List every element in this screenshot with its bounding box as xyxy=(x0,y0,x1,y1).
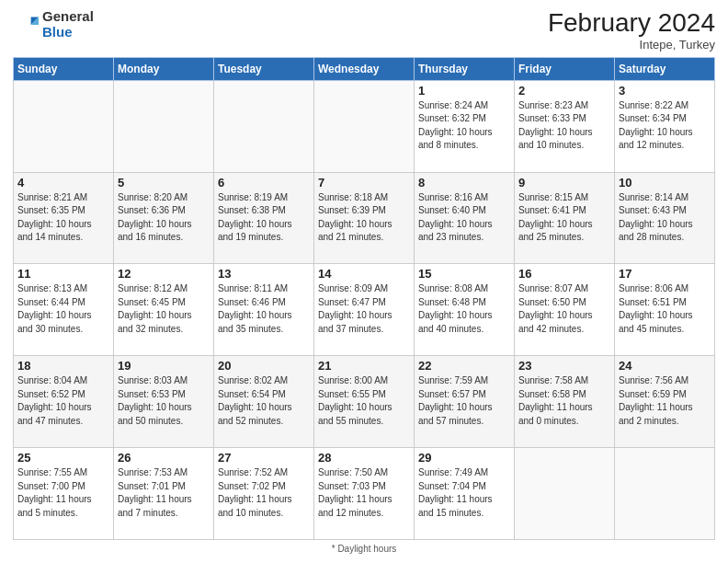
day-number: 20 xyxy=(218,359,310,373)
cell-info: Sunrise: 8:23 AM Sunset: 6:33 PM Dayligh… xyxy=(518,99,610,153)
cell-info: Sunrise: 8:20 AM Sunset: 6:36 PM Dayligh… xyxy=(118,191,210,245)
day-number: 26 xyxy=(118,451,210,465)
cell-3-1: 19Sunrise: 8:03 AM Sunset: 6:53 PM Dayli… xyxy=(114,356,214,448)
day-number: 8 xyxy=(418,176,510,190)
cell-0-6: 3Sunrise: 8:22 AM Sunset: 6:34 PM Daylig… xyxy=(615,80,715,172)
cell-2-5: 16Sunrise: 8:07 AM Sunset: 6:50 PM Dayli… xyxy=(515,264,615,356)
cell-2-4: 15Sunrise: 8:08 AM Sunset: 6:48 PM Dayli… xyxy=(415,264,515,356)
cell-1-0: 4Sunrise: 8:21 AM Sunset: 6:35 PM Daylig… xyxy=(14,172,114,264)
day-number: 4 xyxy=(17,176,109,190)
day-number: 27 xyxy=(218,451,310,465)
day-number: 5 xyxy=(118,176,210,190)
cell-2-3: 14Sunrise: 8:09 AM Sunset: 6:47 PM Dayli… xyxy=(314,264,415,356)
day-number: 28 xyxy=(318,451,410,465)
day-number: 6 xyxy=(218,176,310,190)
cell-0-3 xyxy=(314,80,415,172)
cell-info: Sunrise: 8:00 AM Sunset: 6:55 PM Dayligh… xyxy=(318,374,410,428)
day-number: 7 xyxy=(318,176,410,190)
cell-1-2: 6Sunrise: 8:19 AM Sunset: 6:38 PM Daylig… xyxy=(214,172,314,264)
cell-info: Sunrise: 8:13 AM Sunset: 6:44 PM Dayligh… xyxy=(17,282,109,336)
footer-note: * Daylight hours xyxy=(13,544,715,554)
cell-1-6: 10Sunrise: 8:14 AM Sunset: 6:43 PM Dayli… xyxy=(615,172,715,264)
cell-0-0 xyxy=(14,80,114,172)
cell-info: Sunrise: 7:53 AM Sunset: 7:01 PM Dayligh… xyxy=(118,466,210,520)
calendar-body: 1Sunrise: 8:24 AM Sunset: 6:32 PM Daylig… xyxy=(14,80,715,539)
calendar-table: SundayMondayTuesdayWednesdayThursdayFrid… xyxy=(13,57,715,540)
cell-info: Sunrise: 8:04 AM Sunset: 6:52 PM Dayligh… xyxy=(17,374,109,428)
day-number: 10 xyxy=(619,176,711,190)
day-number: 18 xyxy=(17,359,109,373)
cell-0-2 xyxy=(214,80,314,172)
month-year: February 2024 xyxy=(548,9,715,38)
cell-4-4: 29Sunrise: 7:49 AM Sunset: 7:04 PM Dayli… xyxy=(415,448,515,540)
day-number: 3 xyxy=(619,84,711,98)
day-number: 12 xyxy=(118,267,210,281)
cell-info: Sunrise: 8:14 AM Sunset: 6:43 PM Dayligh… xyxy=(619,191,711,245)
cell-info: Sunrise: 8:07 AM Sunset: 6:50 PM Dayligh… xyxy=(518,282,610,336)
cell-1-3: 7Sunrise: 8:18 AM Sunset: 6:39 PM Daylig… xyxy=(314,172,415,264)
cell-info: Sunrise: 8:03 AM Sunset: 6:53 PM Dayligh… xyxy=(118,374,210,428)
week-row-4: 25Sunrise: 7:55 AM Sunset: 7:00 PM Dayli… xyxy=(14,448,715,540)
logo-text: General Blue xyxy=(42,9,94,40)
title-block: February 2024 Intepe, Turkey xyxy=(548,9,715,52)
cell-info: Sunrise: 8:08 AM Sunset: 6:48 PM Dayligh… xyxy=(418,282,510,336)
calendar-header: SundayMondayTuesdayWednesdayThursdayFrid… xyxy=(14,57,715,80)
page: General Blue February 2024 Intepe, Turke… xyxy=(0,0,728,563)
cell-info: Sunrise: 7:52 AM Sunset: 7:02 PM Dayligh… xyxy=(218,466,310,520)
cell-4-1: 26Sunrise: 7:53 AM Sunset: 7:01 PM Dayli… xyxy=(114,448,214,540)
cell-3-3: 21Sunrise: 8:00 AM Sunset: 6:55 PM Dayli… xyxy=(314,356,415,448)
day-number: 21 xyxy=(318,359,410,373)
cell-4-3: 28Sunrise: 7:50 AM Sunset: 7:03 PM Dayli… xyxy=(314,448,415,540)
day-number: 2 xyxy=(518,84,610,98)
cell-info: Sunrise: 8:15 AM Sunset: 6:41 PM Dayligh… xyxy=(518,191,610,245)
cell-1-1: 5Sunrise: 8:20 AM Sunset: 6:36 PM Daylig… xyxy=(114,172,214,264)
day-number: 13 xyxy=(218,267,310,281)
cell-3-6: 24Sunrise: 7:56 AM Sunset: 6:59 PM Dayli… xyxy=(615,356,715,448)
daylight-label: Daylight hours xyxy=(337,544,396,554)
day-number: 29 xyxy=(418,451,510,465)
day-number: 15 xyxy=(418,267,510,281)
cell-4-0: 25Sunrise: 7:55 AM Sunset: 7:00 PM Dayli… xyxy=(14,448,114,540)
cell-4-6 xyxy=(615,448,715,540)
cell-info: Sunrise: 8:12 AM Sunset: 6:45 PM Dayligh… xyxy=(118,282,210,336)
cell-info: Sunrise: 8:24 AM Sunset: 6:32 PM Dayligh… xyxy=(418,99,510,153)
week-row-0: 1Sunrise: 8:24 AM Sunset: 6:32 PM Daylig… xyxy=(14,80,715,172)
cell-0-5: 2Sunrise: 8:23 AM Sunset: 6:33 PM Daylig… xyxy=(515,80,615,172)
cell-info: Sunrise: 8:16 AM Sunset: 6:40 PM Dayligh… xyxy=(418,191,510,245)
day-number: 16 xyxy=(518,267,610,281)
cell-info: Sunrise: 7:56 AM Sunset: 6:59 PM Dayligh… xyxy=(619,374,711,428)
cell-0-4: 1Sunrise: 8:24 AM Sunset: 6:32 PM Daylig… xyxy=(415,80,515,172)
day-number: 9 xyxy=(518,176,610,190)
cell-info: Sunrise: 8:19 AM Sunset: 6:38 PM Dayligh… xyxy=(218,191,310,245)
cell-3-2: 20Sunrise: 8:02 AM Sunset: 6:54 PM Dayli… xyxy=(214,356,314,448)
header: General Blue February 2024 Intepe, Turke… xyxy=(13,9,715,52)
day-number: 24 xyxy=(619,359,711,373)
header-friday: Friday xyxy=(515,57,615,80)
day-number: 23 xyxy=(518,359,610,373)
logo-general: General xyxy=(42,9,94,25)
cell-info: Sunrise: 7:58 AM Sunset: 6:58 PM Dayligh… xyxy=(518,374,610,428)
logo-blue: Blue xyxy=(42,25,94,40)
day-number: 1 xyxy=(418,84,510,98)
cell-info: Sunrise: 8:11 AM Sunset: 6:46 PM Dayligh… xyxy=(218,282,310,336)
day-number: 25 xyxy=(17,451,109,465)
day-number: 11 xyxy=(17,267,109,281)
day-number: 22 xyxy=(418,359,510,373)
logo: General Blue xyxy=(13,9,94,40)
cell-2-2: 13Sunrise: 8:11 AM Sunset: 6:46 PM Dayli… xyxy=(214,264,314,356)
cell-info: Sunrise: 8:09 AM Sunset: 6:47 PM Dayligh… xyxy=(318,282,410,336)
cell-info: Sunrise: 8:22 AM Sunset: 6:34 PM Dayligh… xyxy=(619,99,711,153)
week-row-2: 11Sunrise: 8:13 AM Sunset: 6:44 PM Dayli… xyxy=(14,264,715,356)
day-number: 14 xyxy=(318,267,410,281)
cell-4-2: 27Sunrise: 7:52 AM Sunset: 7:02 PM Dayli… xyxy=(214,448,314,540)
header-monday: Monday xyxy=(114,57,214,80)
cell-1-4: 8Sunrise: 8:16 AM Sunset: 6:40 PM Daylig… xyxy=(415,172,515,264)
cell-info: Sunrise: 7:59 AM Sunset: 6:57 PM Dayligh… xyxy=(418,374,510,428)
day-number: 19 xyxy=(118,359,210,373)
cell-1-5: 9Sunrise: 8:15 AM Sunset: 6:41 PM Daylig… xyxy=(515,172,615,264)
cell-2-1: 12Sunrise: 8:12 AM Sunset: 6:45 PM Dayli… xyxy=(114,264,214,356)
logo-icon xyxy=(13,12,39,38)
header-row: SundayMondayTuesdayWednesdayThursdayFrid… xyxy=(14,57,715,80)
cell-info: Sunrise: 8:18 AM Sunset: 6:39 PM Dayligh… xyxy=(318,191,410,245)
cell-2-0: 11Sunrise: 8:13 AM Sunset: 6:44 PM Dayli… xyxy=(14,264,114,356)
